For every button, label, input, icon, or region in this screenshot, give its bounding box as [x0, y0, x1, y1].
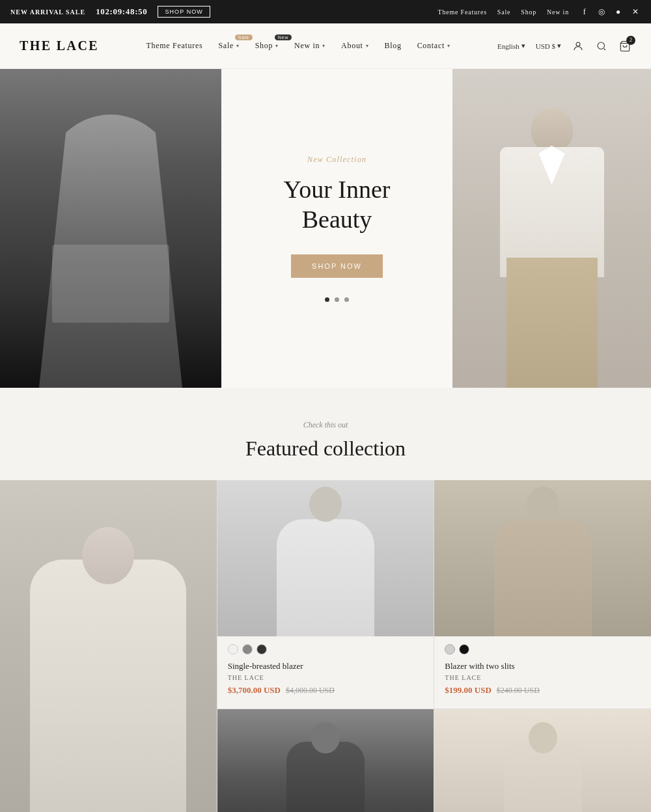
product-prices-two-slits: $199.00 USD $240.00 USD	[445, 685, 641, 696]
account-icon[interactable]	[572, 40, 585, 53]
nav-shop[interactable]: New Shop ▾	[255, 41, 279, 51]
pinterest-icon[interactable]: ●	[613, 7, 624, 17]
swatch-light-gray[interactable]	[445, 644, 455, 655]
product-prices-single-breasted: $3,700.00 USD $4,000.00 USD	[228, 685, 424, 696]
featured-subtitle: Check this out	[0, 420, 651, 430]
product-name-single-breasted: Single-breasted blazer	[228, 661, 424, 671]
currency-selector[interactable]: USD $ ▾	[536, 42, 561, 50]
nav-blog[interactable]: Blog	[384, 41, 401, 51]
language-selector[interactable]: English ▾	[497, 42, 525, 50]
hero-model-color	[452, 69, 651, 388]
shop-chevron: ▾	[275, 43, 279, 49]
announcement-right: Theme Features Sale Shop New in f ◎ ● ✕	[438, 7, 641, 17]
product-swatches-two-slits	[445, 644, 641, 655]
product-image-two-slits	[434, 480, 651, 636]
header: THE LACE Theme Features Sale Sale ▾ New …	[0, 23, 651, 69]
product-brand-single-breasted: THE LACE	[228, 674, 424, 681]
product-card-cream-knit[interactable]	[434, 709, 651, 812]
product-image-black-blazer	[217, 709, 434, 812]
swatch-gray[interactable]	[242, 644, 253, 655]
nav-sale[interactable]: Sale Sale ▾	[218, 41, 239, 51]
product-image-cream-knit	[434, 709, 651, 812]
product-info-two-slits: Blazer with two slits THE LACE $199.00 U…	[434, 636, 651, 709]
featured-title: Featured collection	[0, 437, 651, 461]
nav-theme-features[interactable]: Theme Features	[146, 41, 202, 51]
currency-chevron: ▾	[557, 42, 561, 50]
swatch-dark[interactable]	[256, 644, 267, 655]
lang-chevron: ▾	[521, 42, 525, 50]
announcement-shop-button[interactable]: SHOP NOW	[158, 6, 210, 18]
announcement-bar: NEW ARRIVAL SALE 102:09:48:50 SHOP NOW T…	[0, 0, 651, 23]
contact-chevron: ▾	[447, 43, 450, 49]
logo[interactable]: THE LACE	[20, 38, 99, 53]
hero-dot-1[interactable]	[325, 297, 329, 302]
hero-model-bw	[0, 69, 221, 388]
product-card-single-breasted[interactable]: Single-breasted blazer THE LACE $3,700.0…	[217, 480, 434, 709]
price-sale-single-breasted: $3,700.00 USD	[228, 685, 281, 696]
instagram-icon[interactable]: ◎	[596, 7, 607, 17]
theme-features-link[interactable]: Theme Features	[438, 8, 487, 16]
large-product-image	[0, 480, 217, 812]
svg-point-0	[576, 42, 580, 46]
product-brand-two-slits: THE LACE	[445, 674, 641, 681]
product-image-single-breasted	[217, 480, 434, 636]
sale-link[interactable]: Sale	[497, 8, 510, 16]
nav-contact[interactable]: Contact ▾	[417, 41, 450, 51]
hero-subtitle: New Collection	[307, 155, 367, 165]
main-nav: Theme Features Sale Sale ▾ New Shop ▾ Ne…	[146, 41, 450, 51]
sale-text: NEW ARRIVAL SALE	[10, 8, 85, 16]
hero-title: Your Inner Beauty	[247, 175, 426, 234]
hero-right-image	[452, 69, 651, 388]
hero-shop-now-button[interactable]: SHOP NOW	[291, 254, 383, 278]
product-swatches	[228, 644, 424, 655]
sale-chevron: ▾	[236, 43, 240, 49]
price-original-two-slits: $240.00 USD	[497, 686, 540, 696]
countdown-timer: 102:09:48:50	[96, 7, 147, 17]
hero-dots	[325, 297, 349, 302]
price-original-single-breasted: $4,000.00 USD	[286, 686, 335, 696]
about-chevron: ▾	[366, 43, 369, 49]
hero-dot-2[interactable]	[335, 297, 339, 302]
product-card-black-blazer[interactable]	[217, 709, 434, 812]
product-card-two-slits[interactable]: Blazer with two slits THE LACE $199.00 U…	[434, 480, 651, 709]
product-info-single-breasted: Single-breasted blazer THE LACE $3,700.0…	[217, 636, 434, 709]
cart-icon[interactable]: 2	[618, 40, 631, 53]
product-grid: Single-breasted blazer THE LACE $3,700.0…	[0, 480, 651, 812]
shop-link[interactable]: Shop	[521, 8, 536, 16]
hero-left-image	[0, 69, 221, 388]
nav-new-in[interactable]: New in ▾	[294, 41, 326, 51]
new-in-chevron: ▾	[322, 43, 326, 49]
svg-point-1	[598, 42, 605, 49]
facebook-icon[interactable]: f	[579, 7, 590, 17]
social-icons: f ◎ ● ✕	[579, 7, 641, 17]
new-in-link[interactable]: New in	[547, 8, 569, 16]
price-sale-two-slits: $199.00 USD	[445, 685, 492, 696]
swatch-black[interactable]	[459, 644, 469, 655]
nav-about[interactable]: About ▾	[341, 41, 368, 51]
header-actions: English ▾ USD $ ▾ 2	[497, 40, 631, 53]
close-icon[interactable]: ✕	[630, 7, 641, 17]
hero-center: New Collection Your Inner Beauty SHOP NO…	[221, 69, 452, 388]
product-card-large[interactable]	[0, 480, 217, 812]
featured-section: Check this out Featured collection	[0, 388, 651, 480]
announcement-left: NEW ARRIVAL SALE 102:09:48:50 SHOP NOW	[10, 6, 210, 18]
search-icon[interactable]	[595, 40, 608, 53]
swatch-white[interactable]	[228, 644, 238, 655]
cart-count: 2	[626, 36, 635, 45]
hero-dot-3[interactable]	[344, 297, 349, 302]
product-name-two-slits: Blazer with two slits	[445, 661, 641, 671]
hero-section: New Collection Your Inner Beauty SHOP NO…	[0, 69, 651, 388]
